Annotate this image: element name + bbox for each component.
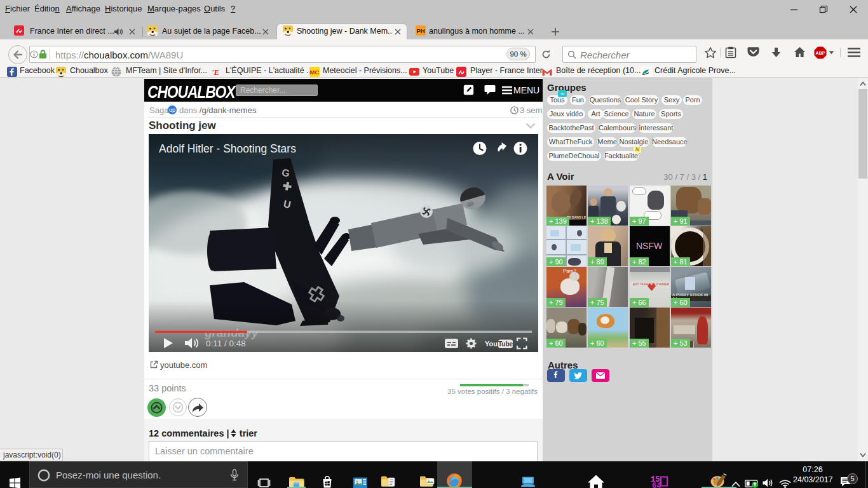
svg-text:ABP: ABP (816, 51, 825, 55)
svg-text:'E: 'E (212, 67, 220, 77)
svg-text:MC: MC (310, 69, 320, 76)
svg-text:64: 64 (652, 482, 661, 488)
svg-text:Tube: Tube (498, 341, 513, 348)
svg-text:Adolf Hitler - Shooting Stars: Adolf Hitler - Shooting Stars (159, 142, 296, 155)
svg-text:You: You (485, 340, 498, 348)
svg-text:PH: PH (416, 27, 424, 34)
svg-text:0:11 / 0:48: 0:11 / 0:48 (206, 339, 246, 348)
